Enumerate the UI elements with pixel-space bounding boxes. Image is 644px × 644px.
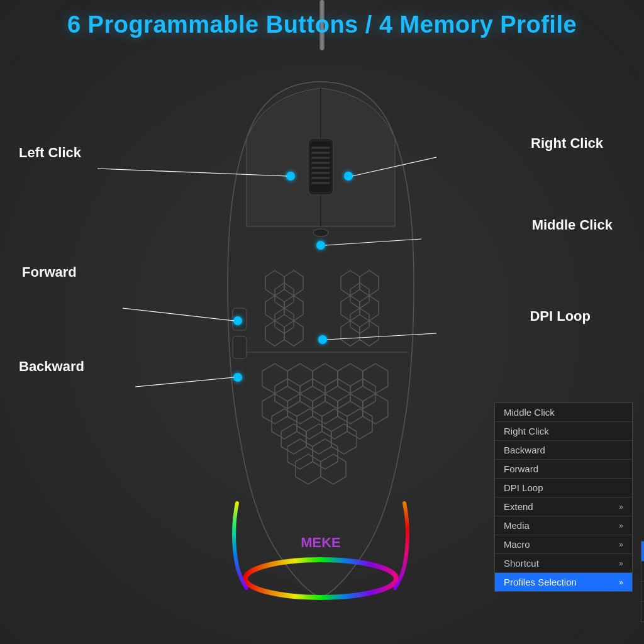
dropdown-item-shortcut[interactable]: Shortcut » (495, 554, 632, 573)
submenu-item-profiles3[interactable]: Profiles 3 (641, 582, 644, 602)
dropdown-item-macro[interactable]: Macro » (495, 535, 632, 554)
dropdown-item-middle-click[interactable]: Middle Click (495, 403, 632, 422)
submenu-item-profiles2[interactable]: Profiles 2 (641, 562, 644, 582)
forward-label: Forward (22, 264, 77, 280)
dropdown-item-profiles-selection[interactable]: Profiles Selection » (495, 573, 632, 591)
submenu-item-profiles1[interactable]: Profiles 1 (641, 541, 644, 562)
submenu-item-profiles4[interactable]: Profiles 4 (641, 602, 644, 621)
profiles-submenu: Profiles 1 Profiles 2 Profiles 3 Profile… (641, 541, 644, 622)
page-title: 6 Programmable Buttons / 4 Memory Profil… (0, 11, 644, 38)
dropdown-item-dpi-loop[interactable]: DPI Loop (495, 479, 632, 497)
backward-label: Backward (19, 358, 84, 375)
shortcut-arrow: » (619, 559, 623, 568)
profiles-selection-arrow: » (619, 578, 623, 587)
dropdown-item-backward[interactable]: Backward (495, 441, 632, 460)
dropdown-item-forward[interactable]: Forward (495, 460, 632, 479)
right-click-label: Right Click (531, 135, 603, 152)
left-click-label: Left Click (19, 145, 81, 161)
dropdown-item-extend[interactable]: Extend » (495, 497, 632, 516)
dropdown-item-media[interactable]: Media » (495, 516, 632, 535)
middle-click-label: Middle Click (532, 217, 613, 233)
dropdown-menu: Middle Click Right Click Backward Forwar… (494, 402, 633, 592)
media-arrow: » (619, 521, 623, 530)
dpi-loop-label: DPI Loop (530, 308, 591, 325)
dropdown-item-right-click[interactable]: Right Click (495, 422, 632, 441)
extend-arrow: » (619, 502, 623, 511)
macro-arrow: » (619, 540, 623, 549)
